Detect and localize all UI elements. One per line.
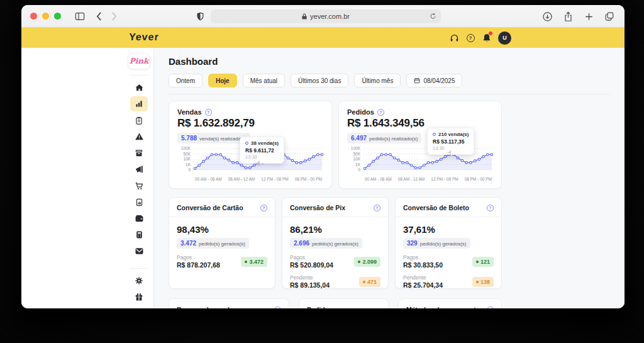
pagos-row: PagosR$ 30.833,50 121 [403, 254, 494, 269]
desktop-background: yever.com.br Yever ? [0, 0, 644, 343]
close-window-button[interactable] [30, 13, 37, 20]
home-icon [135, 83, 144, 93]
help-icon[interactable]: ? [274, 306, 281, 309]
forward-button[interactable] [106, 9, 121, 24]
pedidos-count-badge: 6.497pedido(s) realizado(s) [347, 133, 421, 143]
toolbar-right-actions [540, 9, 617, 24]
help-icon[interactable]: ? [487, 205, 494, 211]
series-dot [433, 133, 436, 136]
partial-card-3: Métodos de pagamento? [398, 298, 502, 308]
pendente-row: PendenteR$ 89.135,04 471 [290, 274, 380, 289]
browser-toolbar: yever.com.br [21, 5, 625, 28]
card-title: Conversão de Pix [290, 204, 345, 211]
vendas-title: Vendas [177, 108, 202, 116]
conversao-pix-card: Conversão de Pix? 86,21% 2.696pedido(s) … [282, 197, 389, 289]
conversao-boleto-card: Conversão de Boleto? 37,61% 329pedido(s)… [395, 197, 502, 289]
support-headphones-icon[interactable] [449, 33, 459, 43]
sidebar-item-orders[interactable] [130, 113, 148, 128]
sidebar-item-cart[interactable] [130, 178, 148, 193]
vendas-card: Vendas? R$ 1.632.892,79 5.788venda(s) re… [169, 101, 332, 189]
sidebar-item-settings[interactable] [130, 273, 148, 288]
cart-icon [135, 181, 144, 191]
sidebar-item-billing[interactable] [130, 227, 148, 242]
count-badge: 329pedido(s) gerados(s) [403, 238, 470, 249]
downloads-icon[interactable] [540, 9, 555, 24]
x-axis: 00 AM - 08 AM08 AM - 12 AM12 PM - 08 PM0… [194, 177, 323, 181]
series-dot [245, 142, 248, 145]
hand-cursor: ☝ [447, 149, 452, 157]
card-title: Resumo de vendas [177, 306, 237, 308]
sidebar-item-analytics[interactable] [130, 96, 148, 111]
privacy-shield-icon[interactable] [192, 9, 208, 24]
notifications-bell-icon[interactable] [482, 33, 492, 43]
reload-icon[interactable] [430, 12, 436, 21]
sidebar-item-products[interactable] [130, 145, 148, 160]
wallet-icon [135, 215, 144, 223]
conversion-percent: 86,21% [290, 224, 380, 235]
date-picker-button[interactable]: 08/04/2025 [406, 74, 462, 87]
sidebar-toggle-icon[interactable] [72, 9, 87, 24]
document-chart-icon [135, 198, 143, 207]
calculator-icon [135, 230, 143, 239]
megaphone-icon [135, 165, 144, 174]
new-tab-icon[interactable] [581, 9, 596, 24]
share-icon[interactable] [560, 9, 575, 24]
help-icon[interactable]: ? [374, 205, 380, 211]
yever-logo: Yever [128, 31, 159, 43]
sidebar-item-rewards[interactable] [130, 290, 148, 305]
mail-icon [135, 247, 144, 255]
sidebar-item-risk[interactable] [130, 129, 148, 144]
card-title: Conversão de Boleto [403, 204, 469, 211]
filter-ultimo-mes[interactable]: Último mês [354, 74, 401, 87]
zoom-window-button[interactable] [54, 13, 61, 20]
vendas-value: R$ 1.632.892,79 [177, 117, 323, 130]
card-title: Conversão de Cartão [177, 204, 243, 211]
section-divider [169, 94, 610, 94]
filter-ontem[interactable]: Ontem [169, 74, 203, 87]
gear-icon [135, 276, 143, 285]
lock-icon [302, 13, 307, 20]
conversion-percent: 37,61% [403, 224, 494, 235]
pendente-row: PendenteR$ 25.704,34 138 [403, 274, 494, 289]
alert-triangle-icon [135, 132, 144, 141]
paid-count-badge: 121 [472, 257, 494, 267]
help-icon[interactable]: ? [260, 205, 267, 211]
tab-overview-icon[interactable] [602, 9, 617, 24]
help-icon[interactable]: ? [205, 109, 212, 116]
browser-window: yever.com.br Yever ? [21, 5, 625, 308]
help-icon[interactable]: ? [377, 109, 384, 116]
pending-count-badge: 471 [359, 277, 380, 287]
calendar-icon [414, 77, 420, 84]
paid-count-badge: 3.472 [241, 257, 267, 267]
help-icon[interactable]: ? [465, 33, 475, 43]
sidebar-item-marketing[interactable] [130, 162, 148, 177]
user-avatar[interactable]: U [498, 31, 511, 45]
card-title: Métodos de pagamento [406, 306, 480, 308]
sidebar-item-messages[interactable] [130, 244, 148, 259]
help-icon[interactable]: ? [487, 306, 494, 309]
notification-badge [489, 31, 492, 35]
sidebar-item-wallet[interactable] [130, 211, 148, 226]
y-axis: 100K50K10K1K0 [347, 147, 364, 174]
store-logo-pink[interactable]: Pink [128, 53, 150, 69]
filter-hoje[interactable]: Hoje [208, 74, 237, 87]
clipboard-icon [135, 116, 143, 125]
sidebar-item-reports[interactable] [130, 194, 148, 210]
address-bar[interactable]: yever.com.br [211, 9, 441, 23]
pedidos-card: Pedidos? R$ 1.643.349,56 6.497pedido(s) … [338, 101, 502, 189]
url-text: yever.com.br [310, 13, 350, 20]
dashboard-main: Dashboard Ontem Hoje Mês atual Últimos 3… [154, 48, 625, 308]
partial-card-2: Pedidos abandonados? [299, 298, 389, 308]
date-filter-group: Ontem Hoje Mês atual Últimos 30 dias Últ… [169, 74, 625, 87]
count-badge: 3.472pedido(s) gerados(s) [177, 238, 249, 249]
sidebar-item-home[interactable] [130, 80, 148, 95]
minimize-window-button[interactable] [42, 13, 49, 20]
x-axis: 00 AM - 08 AM08 AM - 12 AM12 PM - 08 PM0… [364, 177, 493, 181]
header-actions: ? U [449, 28, 511, 48]
back-button[interactable] [91, 9, 106, 24]
filter-mes-atual[interactable]: Mês atual [243, 74, 285, 87]
conversao-cartao-card: Conversão de Cartão? 98,43% 3.472pedido(… [169, 197, 275, 289]
paid-count-badge: 2.099 [354, 257, 380, 267]
page-title: Dashboard [169, 56, 625, 67]
filter-ultimos-30-dias[interactable]: Últimos 30 dias [291, 74, 348, 87]
